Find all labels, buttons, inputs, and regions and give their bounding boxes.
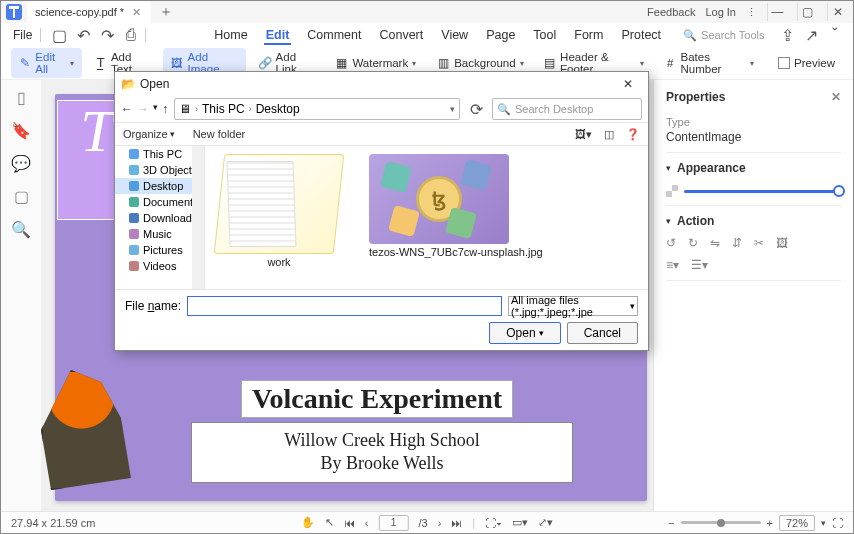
breadcrumb-root[interactable]: This PC	[202, 102, 245, 116]
nav-this-pc[interactable]: This PC	[115, 146, 204, 162]
nav-music[interactable]: Music	[115, 226, 204, 242]
close-tab-icon[interactable]: ✕	[132, 6, 141, 19]
fit-page-icon[interactable]: ⛶▾	[485, 517, 502, 529]
nav-recent-icon[interactable]: ▾	[153, 102, 158, 116]
bookmarks-icon[interactable]: 🔖	[11, 121, 31, 140]
opacity-slider[interactable]	[684, 190, 841, 193]
watermark-button[interactable]: ▦ Watermark▾	[326, 53, 424, 73]
nav-downloads[interactable]: Downloads	[115, 210, 204, 226]
tab-title: science-copy.pdf *	[35, 6, 124, 18]
tab-protect[interactable]: Protect	[619, 26, 663, 45]
first-page-icon[interactable]: ⏮	[344, 517, 355, 529]
close-panel-icon[interactable]: ✕	[831, 90, 841, 104]
organize-menu[interactable]: Organize	[123, 128, 168, 140]
attachments-icon[interactable]: ▢	[14, 187, 29, 206]
fit-width-icon[interactable]: ⛶	[832, 517, 843, 529]
nav-forward-icon[interactable]: →	[137, 102, 149, 116]
file-item-image[interactable]: ꜩ tezos-WNS_7UBc7cw-unsplash.jpg	[369, 154, 543, 281]
zoom-caret-icon[interactable]: ▾	[821, 518, 826, 528]
next-page-icon[interactable]: ›	[438, 517, 442, 529]
new-folder-button[interactable]: New folder	[193, 128, 246, 140]
distribute-menu-icon[interactable]: ☰▾	[691, 258, 708, 272]
tab-comment[interactable]: Comment	[305, 26, 363, 45]
hand-tool-icon[interactable]: ✋	[301, 516, 315, 529]
flip-h-icon[interactable]: ⇋	[710, 236, 720, 250]
select-tool-icon[interactable]: ↖	[325, 516, 334, 529]
nav-back-icon[interactable]: ←	[121, 102, 133, 116]
undo-icon[interactable]: ↶	[71, 25, 95, 45]
kebab-menu-icon[interactable]: ⋮	[746, 6, 757, 19]
last-page-icon[interactable]: ⏭	[451, 517, 462, 529]
search-tools-field[interactable]: 🔍 Search Tools	[663, 29, 764, 42]
minimize-button[interactable]: —	[767, 3, 787, 21]
cancel-button[interactable]: Cancel	[567, 322, 638, 344]
help-icon[interactable]: ❓	[626, 128, 640, 141]
tab-form[interactable]: Form	[572, 26, 605, 45]
open-button[interactable]: Open▾	[489, 322, 560, 344]
nav-documents[interactable]: Documents	[115, 194, 204, 210]
page-number-input[interactable]: 1	[378, 515, 408, 531]
path-breadcrumb[interactable]: 🖥 › This PC › Desktop ▾	[174, 98, 460, 120]
collapse-ribbon-icon[interactable]: ˇ	[823, 25, 847, 45]
save-icon[interactable]: ▢	[47, 25, 71, 45]
zoom-slider[interactable]	[681, 521, 761, 524]
refresh-icon[interactable]: ⟳	[466, 100, 486, 119]
fullscreen-icon[interactable]: ⤢▾	[538, 516, 553, 529]
preview-checkbox[interactable]: Preview	[770, 54, 843, 72]
login-link[interactable]: Log In	[705, 6, 736, 18]
preview-pane-icon[interactable]: ◫	[604, 128, 614, 141]
breadcrumb-dropdown-icon[interactable]: ▾	[450, 104, 455, 114]
nav-desktop[interactable]: Desktop	[115, 178, 204, 194]
tab-view[interactable]: View	[439, 26, 470, 45]
zoom-in-icon[interactable]: +	[767, 517, 773, 529]
crop-icon[interactable]: ✂	[754, 236, 764, 250]
file-item-folder[interactable]: work	[219, 154, 339, 281]
file-name-input[interactable]	[187, 296, 502, 316]
nav-up-icon[interactable]: ↑	[162, 102, 168, 116]
dialog-search-input[interactable]: 🔍 Search Desktop	[492, 98, 642, 120]
replace-icon[interactable]: 🖼	[776, 236, 788, 250]
breadcrumb-leaf[interactable]: Desktop	[256, 102, 300, 116]
background-button[interactable]: ▥ Background▾	[428, 53, 531, 73]
prev-page-icon[interactable]: ‹	[365, 517, 369, 529]
edit-all-button[interactable]: ✎ Edit All▾	[11, 48, 82, 78]
collapse-caret-icon[interactable]: ▾	[666, 163, 671, 173]
bates-number-button[interactable]: # Bates Number▾	[656, 48, 762, 78]
feedback-link[interactable]: Feedback	[647, 6, 695, 18]
thumbnails-icon[interactable]: ▯	[17, 88, 26, 107]
tab-page[interactable]: Page	[484, 26, 517, 45]
dialog-nav-tree[interactable]: This PC 3D Objects Desktop Documents Dow…	[115, 146, 205, 289]
rotate-left-icon[interactable]: ↺	[666, 236, 676, 250]
view-mode-icon[interactable]: 🖼▾	[575, 128, 592, 141]
share-icon[interactable]: ⇪	[775, 25, 799, 45]
document-tab[interactable]: science-copy.pdf * ✕	[27, 1, 151, 23]
comment-pane-icon[interactable]: 💬	[11, 154, 31, 173]
popout-icon[interactable]: ↗	[799, 25, 823, 45]
read-mode-icon[interactable]: ▭▾	[512, 516, 528, 529]
tab-tool[interactable]: Tool	[531, 26, 558, 45]
zoom-out-icon[interactable]: −	[668, 517, 674, 529]
print-icon[interactable]: ⎙	[119, 25, 143, 45]
redo-icon[interactable]: ↷	[95, 25, 119, 45]
zoom-value[interactable]: 72%	[779, 515, 815, 531]
file-menu[interactable]: File	[7, 28, 38, 42]
align-menu-icon[interactable]: ≡▾	[666, 258, 679, 272]
search-pane-icon[interactable]: 🔍	[11, 220, 31, 239]
dialog-file-grid[interactable]: work ꜩ tezos-WNS_7UBc7cw-unsplash.jpg	[205, 146, 648, 289]
new-tab-button[interactable]: ＋	[151, 3, 181, 21]
collapse-caret-icon[interactable]: ▾	[666, 216, 671, 226]
nav-scrollbar[interactable]	[192, 146, 204, 289]
maximize-button[interactable]: ▢	[797, 3, 817, 21]
dialog-close-button[interactable]: ✕	[614, 77, 642, 91]
close-window-button[interactable]: ✕	[827, 3, 847, 21]
rotate-right-icon[interactable]: ↻	[688, 236, 698, 250]
file-filter-select[interactable]: All image files (*.jpg;*.jpeg;*.jpe ▾	[508, 296, 638, 316]
tab-edit[interactable]: Edit	[264, 26, 292, 45]
nav-pictures[interactable]: Pictures	[115, 242, 204, 258]
bates-icon: #	[664, 56, 676, 70]
nav-3d-objects[interactable]: 3D Objects	[115, 162, 204, 178]
nav-videos[interactable]: Videos	[115, 258, 204, 274]
tab-convert[interactable]: Convert	[377, 26, 425, 45]
flip-v-icon[interactable]: ⇵	[732, 236, 742, 250]
tab-home[interactable]: Home	[212, 26, 249, 45]
